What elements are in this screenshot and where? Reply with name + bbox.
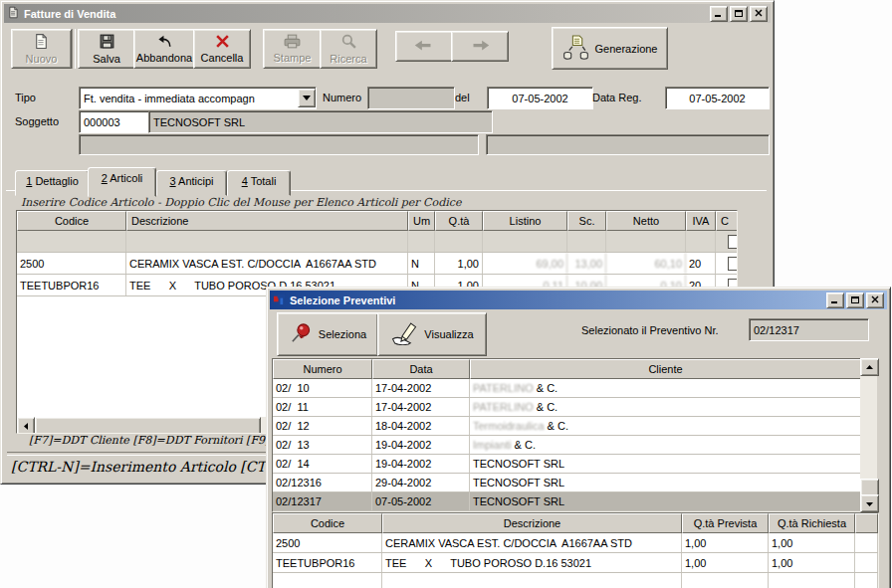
tab-dettaglio[interactable]: 1 Dettaglio [15,170,90,196]
articles-grid-header: Codice Descrizione Um Q.tà Listino Sc. N… [17,211,737,231]
writing-hand-icon [390,322,418,347]
tipo-value: Ft. vendita - immediata accompagn [84,93,298,104]
col-descrizione: Descrizione [126,211,408,231]
preventivi-table: Numero Data Cliente 02/ 10 17-04-2002 PA… [272,358,862,512]
selected-preventivo-label: Selezionato il Preventivo Nr. [581,324,719,336]
preventivo-row[interactable]: 02/ 14 19-04-2002 TECNOSOFT SRL [273,455,861,474]
toolbar-separator [72,29,76,69]
col-extra: C [716,211,738,231]
table-row-new[interactable] [17,231,737,253]
grid-hint: Inserire Codice Articolo - Doppio Clic d… [21,196,461,209]
soggetto-name-field: TECNOSOFT SRL [148,110,493,133]
tipo-combobox[interactable]: Ft. vendita - immediata accompagn [79,87,317,109]
close-button[interactable] [750,6,768,22]
nuovo-button[interactable]: Nuovo [11,29,72,69]
col-listino: Listino [483,211,567,231]
cancella-button[interactable]: Cancella [193,29,251,69]
preventivo-row[interactable]: 02/ 11 17-04-2002 PATERLINO & C. [273,398,861,417]
checkbox[interactable] [728,235,738,249]
salva-button[interactable]: Salva [78,29,135,69]
preventivo-row[interactable]: 02/ 12 18-04-2002 Termoidraulica & C. [273,417,861,436]
articolo-row-empty [273,573,878,588]
table-row[interactable]: 2500 CERAMIX VASCA EST. C/DOCCIA A1667AA… [17,253,737,275]
scroll-down-icon[interactable] [860,494,879,512]
printer-icon [283,34,302,51]
desktop: Fatture di Vendita Nuovo Salva Abbandona… [0,0,892,588]
salva-label: Salva [93,54,120,65]
abbandona-label: Abbandona [136,53,192,64]
previous-record-button[interactable] [395,31,453,62]
close-icon [756,10,762,16]
minimize-icon [831,301,837,303]
undo-arrow-icon [155,34,174,51]
generazione-label: Generazione [595,43,658,55]
nuovo-label: Nuovo [26,54,58,65]
dialog-close-button[interactable] [866,293,884,308]
minimize-button[interactable] [710,6,728,22]
dialog-maximize-button[interactable] [846,293,864,308]
pushpin-icon [289,321,313,347]
col-netto: Netto [606,211,686,231]
doc-to-databases-icon [562,35,589,63]
col-spacer [855,513,878,533]
articoli-header: Codice Descrizione Q.tà Prevista Q.tà Ri… [273,513,878,533]
visualizza-label: Visualizza [424,328,473,340]
articolo-row[interactable]: 2500 CERAMIX VASCA EST. C/DOCCIA A1667AA… [273,533,878,553]
main-titlebar[interactable]: Fatture di Vendita [4,4,771,23]
col-sc: Sc. [567,211,606,231]
next-record-button[interactable] [451,31,509,62]
articolo-row[interactable]: TEETUBPOR16 TEE X TUBO POROSO D.16 53021… [273,553,878,573]
ricerca-button[interactable]: Ricerca [320,29,377,69]
tab-articoli[interactable]: 2 Articoli [88,167,156,197]
dialog-titlebar[interactable]: Selezione Preventivi [270,291,887,309]
address-field-2 [486,134,770,155]
preventivi-vertical-scrollbar[interactable] [860,358,877,510]
address-field [79,134,479,155]
arrow-right-icon [469,39,491,54]
chevron-down-icon[interactable] [298,89,316,107]
scroll-up-icon[interactable] [860,358,879,376]
col-um: Um [408,211,435,231]
tab-anticipi[interactable]: 3 Anticipi [156,170,227,196]
del-date-field[interactable]: 07-05-2002 [487,87,593,109]
preventivo-row[interactable]: 02/ 10 17-04-2002 PATERLINO & C. [273,379,861,398]
stampe-button[interactable]: Stampe [263,29,322,69]
magnifier-icon [340,33,357,52]
numero-label: Numero [323,92,361,103]
preventivo-row[interactable]: 02/ 13 19-04-2002 Impianti & C. [273,436,861,455]
selected-preventivo-field: 02/12317 [749,318,869,341]
soggetto-label: Soggetto [15,115,59,127]
preventivo-row[interactable]: 02/12316 29-04-2002 TECNOSOFT SRL [273,474,861,492]
scroll-left-icon[interactable] [17,417,35,434]
checkbox[interactable] [728,257,738,271]
col-qta-prevista: Q.tà Prevista [682,513,769,533]
del-label: del [455,92,470,103]
preventivo-row-selected[interactable]: 02/12317 07-05-2002 TECNOSOFT SRL [273,492,861,511]
app-icon [7,6,20,21]
maximize-icon [735,11,742,13]
floppy-disk-icon [99,33,115,52]
visualizza-button[interactable]: Visualizza [377,312,487,356]
abbandona-button[interactable]: Abbandona [133,29,195,69]
data-reg-label: Data Reg. [592,92,642,103]
col-qta-richiesta: Q.tà Richiesta [769,513,855,533]
soggetto-code-field[interactable]: 000003 [79,110,158,133]
dialog-title: Selezione Preventivi [290,294,395,306]
col-cliente: Cliente [470,359,861,379]
data-reg-field[interactable]: 07-05-2002 [665,87,770,109]
col-data: Data [372,359,470,379]
col-codice: Codice [273,513,382,533]
ricerca-label: Ricerca [330,54,366,65]
minimize-icon [715,15,721,17]
generazione-button[interactable]: Generazione [552,27,668,70]
dialog-minimize-button[interactable] [826,293,844,308]
seleziona-button[interactable]: Seleziona [277,312,378,356]
arrow-left-icon [413,39,435,54]
cancella-label: Cancella [201,53,244,64]
tipo-label: Tipo [15,92,36,103]
col-qta: Q.tà [435,211,483,231]
tab-totali[interactable]: 4 Totali [227,170,291,196]
scrollbar-thumb[interactable] [35,417,261,434]
maximize-button[interactable] [730,6,748,22]
selezione-preventivi-dialog: Selezione Preventivi Seleziona Visualizz… [266,287,891,588]
